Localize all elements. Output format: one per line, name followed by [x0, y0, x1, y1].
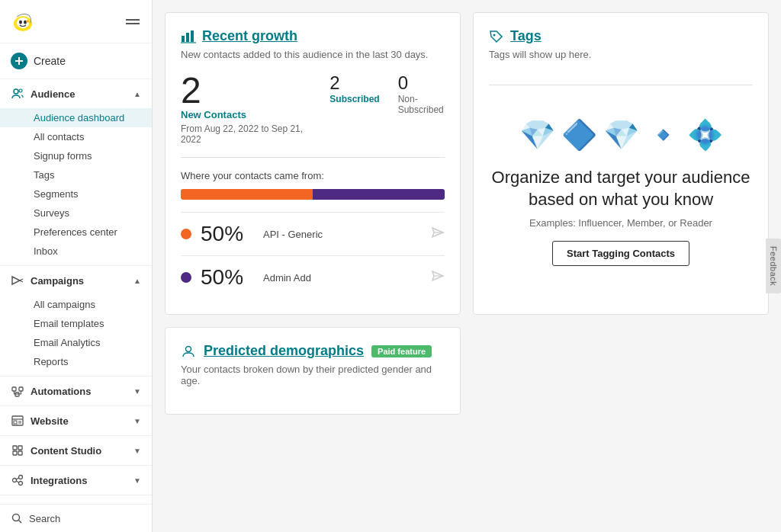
- create-label: Create: [34, 55, 66, 67]
- send-icon-api[interactable]: [431, 226, 445, 242]
- svg-point-26: [19, 476, 23, 479]
- date-range: From Aug 22, 2022 to Sep 21, 2022: [181, 123, 305, 145]
- svg-rect-33: [186, 33, 189, 42]
- tag-icon: [489, 30, 504, 43]
- integrations-chevron: ▼: [133, 476, 141, 485]
- big-number: 2: [181, 72, 305, 109]
- source-dot-api: [181, 229, 191, 239]
- source-pct-admin: 50%: [201, 265, 254, 290]
- sidebar-item-tags[interactable]: Tags: [0, 165, 152, 184]
- new-contacts-label: New Contacts: [181, 109, 305, 120]
- content-studio-section-label: Content Studio: [31, 445, 101, 457]
- progress-segment-admin: [313, 189, 445, 200]
- tags-card-body: 💎 🔷 💎 🔹 💠 Organize and target your audie…: [489, 85, 753, 299]
- svg-rect-18: [14, 421, 17, 424]
- campaigns-section-header[interactable]: Campaigns ▲: [0, 266, 152, 295]
- demographics-title-row: Predicted demographics Paid feature: [181, 343, 445, 359]
- gem-3: 💎: [603, 118, 639, 152]
- content-studio-icon: [11, 444, 24, 457]
- integrations-section-header[interactable]: Integrations ▼: [0, 466, 152, 495]
- sidebar-section-content-studio: Content Studio ▼: [0, 436, 152, 466]
- audience-section-label: Audience: [31, 88, 76, 100]
- svg-point-2: [19, 21, 22, 24]
- sidebar-section-audience: Audience ▲ Audience dashboard All contac…: [0, 79, 152, 266]
- source-name-api: API - Generic: [263, 229, 422, 240]
- tags-card: Tags Tags will show up here. 💎 🔷 💎 🔹 💠 O…: [473, 12, 769, 315]
- svg-rect-34: [191, 30, 194, 42]
- source-name-admin: Admin Add: [263, 272, 422, 284]
- create-button[interactable]: Create: [0, 43, 152, 79]
- svg-rect-32: [182, 36, 185, 42]
- campaigns-chevron: ▲: [133, 277, 141, 285]
- sidebar: Create Audience ▲ Audience dashboard All…: [0, 0, 153, 532]
- sidebar-item-all-contacts[interactable]: All contacts: [0, 127, 152, 146]
- sidebar-section-campaigns: Campaigns ▲ All campaigns Email template…: [0, 266, 152, 377]
- svg-rect-22: [18, 446, 22, 450]
- gem-1: 💎: [519, 118, 555, 152]
- nonsubscribed-stat: 0 Non-Subscribed: [398, 72, 445, 115]
- audience-icon: [11, 87, 24, 101]
- tags-title-row: Tags: [489, 28, 753, 44]
- demographics-link[interactable]: Predicted demographics: [204, 343, 364, 359]
- website-section-label: Website: [31, 415, 69, 427]
- sidebar-item-surveys[interactable]: Surveys: [0, 204, 152, 223]
- feedback-tab[interactable]: Feedback: [766, 239, 781, 293]
- recent-growth-subtitle: New contacts added to this audience in t…: [181, 49, 445, 60]
- source-item-admin: 50% Admin Add: [181, 255, 445, 299]
- sidebar-item-reports[interactable]: Reports: [0, 352, 152, 371]
- tags-link[interactable]: Tags: [510, 28, 542, 44]
- source-item-api: 50% API - Generic: [181, 212, 445, 255]
- progress-bar: [181, 189, 445, 200]
- nonsubscribed-count: 0: [398, 72, 445, 94]
- sidebar-item-all-campaigns[interactable]: All campaigns: [0, 295, 152, 314]
- website-icon: [11, 414, 24, 428]
- sidebar-item-signup-forms[interactable]: Signup forms: [0, 146, 152, 165]
- campaigns-section-label: Campaigns: [31, 275, 84, 287]
- sidebar-item-segments[interactable]: Segments: [0, 184, 152, 204]
- svg-rect-10: [19, 387, 23, 391]
- svg-rect-21: [13, 446, 17, 450]
- start-tagging-button[interactable]: Start Tagging Contacts: [552, 241, 689, 266]
- source-dot-admin: [181, 272, 191, 283]
- website-chevron: ▼: [133, 417, 141, 425]
- send-icon-admin[interactable]: [431, 270, 445, 285]
- svg-point-25: [13, 479, 17, 482]
- sidebar-item-audience-dashboard[interactable]: Audience dashboard: [0, 108, 152, 127]
- automations-icon: [11, 384, 24, 398]
- svg-point-27: [19, 482, 23, 486]
- sidebar-item-email-templates[interactable]: Email templates: [0, 314, 152, 333]
- sidebar-item-email-analytics[interactable]: Email Analytics: [0, 333, 152, 352]
- svg-rect-23: [13, 451, 17, 455]
- sidebar-section-website: Website ▼: [0, 406, 152, 436]
- svg-point-38: [493, 34, 496, 36]
- search-label: Search: [29, 513, 60, 524]
- gem-2: 🔷: [561, 118, 597, 152]
- svg-line-8: [20, 280, 23, 282]
- gem-5: 💠: [687, 118, 723, 152]
- main-content: Recent growth New contacts added to this…: [153, 0, 781, 532]
- subscribed-stats: 2 Subscribed 0 Non-Subscribed: [329, 72, 445, 115]
- paid-feature-badge: Paid feature: [371, 345, 432, 357]
- audience-section-header[interactable]: Audience ▲: [0, 79, 152, 108]
- sidebar-toggle-icon[interactable]: [126, 15, 141, 27]
- nonsubscribed-label: Non-Subscribed: [398, 94, 445, 115]
- tags-cta-title: Organize and target your audience based …: [489, 167, 753, 210]
- automations-section-header[interactable]: Automations ▼: [0, 377, 152, 405]
- demographics-icon: [181, 345, 196, 358]
- campaigns-subitems: All campaigns Email templates Email Anal…: [0, 295, 152, 376]
- tags-card-top: Tags Tags will show up here.: [489, 28, 753, 85]
- create-icon: [11, 53, 27, 69]
- source-pct-api: 50%: [201, 222, 254, 246]
- recent-growth-link[interactable]: Recent growth: [202, 28, 297, 44]
- tags-cta-subtitle: Examples: Influencer, Member, or Reader: [529, 217, 712, 229]
- content-studio-section-header[interactable]: Content Studio ▼: [0, 436, 152, 465]
- search-button[interactable]: Search: [11, 512, 141, 524]
- campaigns-icon: [11, 274, 24, 287]
- tags-subtitle: Tags will show up here.: [489, 49, 753, 60]
- recent-growth-card: Recent growth New contacts added to this…: [165, 12, 461, 315]
- sidebar-item-preferences-center[interactable]: Preferences center: [0, 223, 152, 242]
- sidebar-header: [0, 0, 152, 43]
- website-section-header[interactable]: Website ▼: [0, 406, 152, 435]
- sidebar-item-inbox[interactable]: Inbox: [0, 242, 152, 261]
- sidebar-section-automations: Automations ▼: [0, 377, 152, 406]
